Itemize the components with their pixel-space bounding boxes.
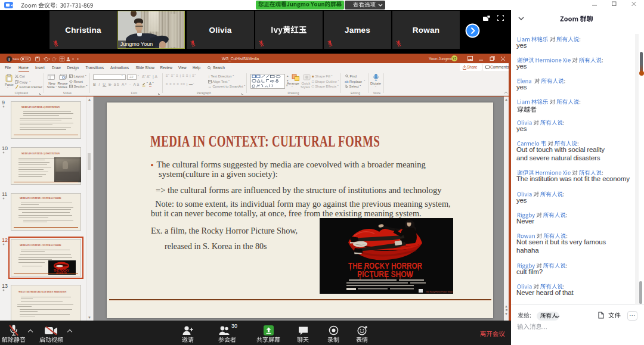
svg-text:PICTURE SHOW: PICTURE SHOW xyxy=(357,269,413,279)
svg-text:On: On xyxy=(26,58,30,61)
svg-text:i: i xyxy=(8,57,10,61)
svg-text:The Rocky Horror Picture Show: The Rocky Horror Picture Show xyxy=(426,291,453,293)
svg-text:Save: Save xyxy=(13,57,20,61)
